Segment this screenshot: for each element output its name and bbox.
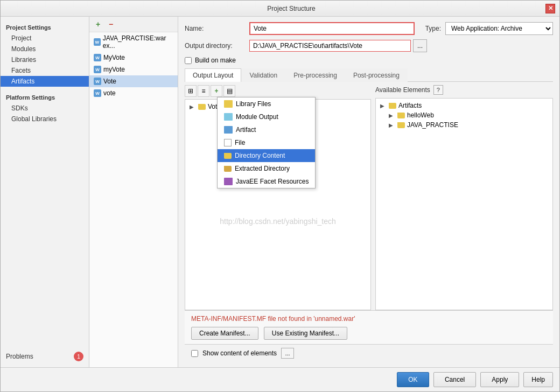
sidebar-item-project[interactable]: Project	[1, 33, 89, 44]
facet-icon	[224, 178, 233, 185]
lib-icon	[224, 100, 233, 108]
tab-validation[interactable]: Validation	[241, 68, 285, 82]
output-dir-label: Output directory:	[185, 42, 249, 50]
sidebar-item-problems[interactable]: Problems 1	[1, 350, 89, 363]
folder-icon	[224, 153, 232, 159]
sidebar-item-facets[interactable]: Facets	[1, 65, 89, 76]
artifact-item-1[interactable]: W MyVote	[89, 52, 178, 64]
folder-icon	[198, 104, 206, 110]
tree-arrow: ▶	[380, 103, 387, 109]
tabs-bar: Output Layout Validation Pre-processing …	[185, 68, 553, 82]
show-content-row: Show content of elements ...	[185, 344, 553, 362]
folder-icon	[397, 122, 405, 128]
show-content-checkbox[interactable]	[191, 350, 198, 357]
tree-arrow: ▶	[389, 113, 395, 118]
show-content-label: Show content of elements	[202, 349, 277, 357]
av-tree-helloweb[interactable]: ▶ helloWeb	[378, 110, 550, 120]
artifact-item-4[interactable]: W vote	[89, 87, 178, 99]
manifest-buttons: Create Manifest... Use Existing Manifest…	[191, 327, 547, 340]
problems-badge: 1	[74, 352, 83, 361]
artifact-icon	[224, 126, 233, 134]
tree-arrow: ▶	[389, 122, 395, 128]
name-label: Name:	[185, 25, 249, 32]
show-content-button[interactable]: ...	[281, 348, 294, 359]
artifact-list-panel: + − W JAVA_PRACTISE:war ex... W MyVote W…	[89, 17, 178, 367]
extracted-dir-icon	[224, 166, 232, 172]
tree-arrow: ▶	[190, 104, 196, 110]
dropdown-menu: Library Files Module Output Artifact	[217, 97, 316, 188]
module-icon	[224, 113, 233, 121]
sidebar-item-sdks[interactable]: SDKs	[1, 103, 89, 114]
apply-button[interactable]: Apply	[480, 372, 519, 387]
sidebar-item-artifacts[interactable]: Artifacts	[1, 76, 89, 87]
artifact-area: + − W JAVA_PRACTISE:war ex... W MyVote W…	[89, 17, 559, 367]
output-layout-area: ⊞ ≡ + ▤ Library Files	[185, 85, 553, 310]
main-panel: + − W JAVA_PRACTISE:war ex... W MyVote W…	[89, 17, 559, 367]
tab-output-layout[interactable]: Output Layout	[185, 68, 241, 82]
av-tree-artifacts[interactable]: ▶ Artifacts	[378, 101, 550, 110]
type-select[interactable]: Web Application: Archive	[445, 22, 553, 35]
manifest-area: META-INF/MANIFEST.MF file not found in '…	[185, 310, 553, 344]
sidebar-item-libraries[interactable]: Libraries	[1, 54, 89, 65]
add-artifact-button[interactable]: +	[93, 19, 103, 30]
build-on-make-row: Build on make	[185, 57, 553, 64]
window-controls: ✕	[545, 4, 555, 13]
project-settings-label: Project Settings	[1, 21, 89, 33]
cancel-button[interactable]: Cancel	[433, 372, 476, 387]
war-icon: W	[94, 66, 101, 73]
dropdown-file[interactable]: File	[218, 136, 315, 149]
artifact-item-3[interactable]: W Vote	[89, 75, 178, 87]
folder-icon	[397, 113, 405, 118]
content-area: Project Settings Project Modules Librari…	[1, 17, 559, 367]
close-button[interactable]: ✕	[545, 4, 555, 13]
right-panel: Available Elements ? ▶ Artifacts	[375, 85, 553, 310]
name-row: Name: Type: Web Application: Archive	[185, 22, 553, 35]
sidebar: Project Settings Project Modules Librari…	[1, 17, 89, 367]
platform-settings-label: Platform Settings	[1, 91, 89, 103]
layout-btn-2[interactable]: ≡	[198, 85, 209, 97]
available-help-icon[interactable]: ?	[433, 85, 443, 95]
dropdown-javaee-facet[interactable]: JavaEE Facet Resources	[218, 175, 315, 188]
war-icon: W	[94, 78, 101, 85]
dropdown-extracted-directory[interactable]: Extracted Directory	[218, 162, 315, 175]
build-on-make-checkbox[interactable]	[185, 57, 192, 64]
artifact-list-toolbar: + −	[89, 17, 178, 32]
ok-button[interactable]: OK	[397, 372, 429, 387]
layout-btn-1[interactable]: ⊞	[185, 85, 197, 97]
file-icon	[224, 139, 232, 146]
detail-panel: Name: Type: Web Application: Archive Out…	[178, 17, 559, 367]
bottom-bar: OK Cancel Apply Help	[1, 367, 559, 391]
output-dir-input[interactable]	[249, 40, 411, 52]
tab-preprocessing[interactable]: Pre-processing	[285, 68, 345, 82]
layout-btn-add[interactable]: +	[211, 85, 222, 97]
dropdown-directory-content[interactable]: Directory Content	[218, 149, 315, 162]
left-tree-layout: ⊞ ≡ + ▤ Library Files	[185, 85, 371, 310]
layout-btn-list[interactable]: ▤	[223, 85, 235, 97]
title-bar: Project Structure ✕	[1, 1, 559, 17]
name-input[interactable]	[249, 22, 415, 35]
tab-postprocessing[interactable]: Post-processing	[345, 68, 408, 82]
dropdown-library-files[interactable]: Library Files	[218, 97, 315, 110]
window-title: Project Structure	[37, 5, 545, 12]
war-icon: W	[94, 38, 101, 46]
type-label: Type:	[425, 25, 441, 32]
dropdown-module-output[interactable]: Module Output	[218, 110, 315, 123]
sidebar-item-modules[interactable]: Modules	[1, 44, 89, 54]
dropdown-artifact[interactable]: Artifact	[218, 123, 315, 136]
sidebar-item-global-libraries[interactable]: Global Libraries	[1, 114, 89, 124]
remove-artifact-button[interactable]: −	[106, 19, 116, 30]
browse-button[interactable]: ...	[413, 39, 427, 52]
artifact-item-2[interactable]: W myVote	[89, 64, 178, 75]
folder-icon	[389, 103, 396, 109]
war-icon: W	[94, 89, 101, 97]
build-on-make-label: Build on make	[195, 57, 236, 64]
create-manifest-button[interactable]: Create Manifest...	[191, 327, 258, 340]
av-tree-java-practise[interactable]: ▶ JAVA_PRACTISE	[378, 120, 550, 130]
main-window: Project Structure ✕ Project Settings Pro…	[0, 0, 560, 392]
help-button[interactable]: Help	[523, 372, 553, 387]
manifest-status: META-INF/MANIFEST.MF file not found in '…	[191, 315, 547, 323]
type-select-wrapper: Web Application: Archive	[445, 22, 553, 35]
layout-toolbar: ⊞ ≡ + ▤ Library Files	[185, 85, 371, 97]
artifact-item-0[interactable]: W JAVA_PRACTISE:war ex...	[89, 32, 178, 52]
use-existing-manifest-button[interactable]: Use Existing Manifest...	[264, 327, 347, 340]
